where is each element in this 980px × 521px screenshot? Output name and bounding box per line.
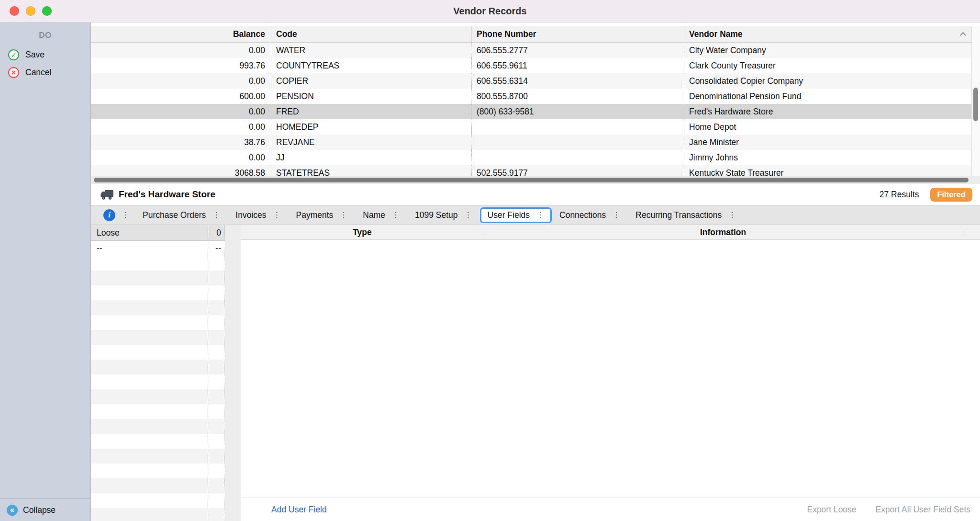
record-tabbar: i ⋮ Purchase Orders ⋮ Invoices ⋮ xyxy=(91,205,980,225)
vendor-row[interactable]: 993.76 COUNTYTREAS 606.555.9611 Clark Co… xyxy=(91,58,980,73)
user-fields-footer: Add User Field Export Loose Export All U… xyxy=(241,498,980,521)
vendor-code-cell: JJ xyxy=(271,150,472,165)
record-tab[interactable]: Purchase Orders ⋮ xyxy=(135,207,228,223)
record-tab[interactable]: User Fields ⋮ xyxy=(480,207,552,223)
record-tab[interactable]: Recurring Transactions ⋮ xyxy=(628,207,744,223)
vendor-name-cell: Jane Minister xyxy=(684,135,980,150)
field-set-edge-divider xyxy=(224,225,224,521)
vendor-code-cell: STATETREAS xyxy=(271,165,472,176)
tab-label: Connections xyxy=(559,210,606,220)
record-tab[interactable]: Connections ⋮ xyxy=(552,207,628,223)
column-header-phone[interactable]: Phone Number xyxy=(472,26,684,42)
vendor-balance-cell: 0.00 xyxy=(91,119,271,135)
tab-menu-icon[interactable]: ⋮ xyxy=(340,211,347,219)
vendor-name-cell: Fred's Hardware Store xyxy=(684,104,980,119)
field-set-row[interactable]: -- -- xyxy=(91,241,225,256)
vendor-row[interactable]: 0.00 JJ Jimmy Johns xyxy=(91,150,980,165)
tab-menu-icon[interactable]: ⋮ xyxy=(273,211,280,219)
export-all-user-field-sets-button[interactable]: Export All User Field Sets xyxy=(876,505,970,515)
collapse-sidebar-button[interactable]: « Collapse xyxy=(0,498,90,521)
close-window-button[interactable] xyxy=(10,6,19,16)
tab-label: User Fields xyxy=(488,210,530,220)
results-count: 27 Results xyxy=(880,190,919,200)
record-tab[interactable]: 1099 Setup ⋮ xyxy=(407,207,480,223)
field-set-list: Loose 0 -- -- xyxy=(91,225,225,521)
vendor-row[interactable]: 0.00 WATER 606.555.2777 City Water Compa… xyxy=(91,43,980,58)
column-header-balance[interactable]: Balance xyxy=(91,26,271,42)
vertical-scrollbar-thumb[interactable] xyxy=(973,88,978,121)
vendor-row[interactable]: 0.00 COPIER 606.555.6314 Consolidated Co… xyxy=(91,73,980,89)
vendor-code-cell: HOMEDEP xyxy=(271,119,472,135)
info-icon[interactable]: i xyxy=(103,209,115,221)
field-set-row-name: -- xyxy=(91,243,209,253)
tab-label: Purchase Orders xyxy=(143,210,206,220)
tab-menu-icon[interactable]: ⋮ xyxy=(536,211,544,219)
sidebar: DO ✓ Save × Cancel « Collapse xyxy=(0,23,91,521)
vendor-row[interactable]: 38.76 REVJANE Jane Minister xyxy=(91,135,980,150)
zoom-window-button[interactable] xyxy=(42,6,52,16)
vendor-row[interactable]: 600.00 PENSION 800.555.8700 Denomination… xyxy=(91,89,980,104)
vendor-name-cell: City Water Company xyxy=(684,43,980,58)
vendor-row[interactable]: 0.00 FRED (800) 633-9581 Fred's Hardware… xyxy=(91,104,980,119)
column-header-type[interactable]: Type xyxy=(241,227,484,238)
vendor-name-cell: Jimmy Johns xyxy=(684,150,980,165)
record-header: Fred's Hardware Store 27 Results Filtere… xyxy=(91,184,980,205)
vendor-phone-cell: 606.555.9611 xyxy=(472,58,684,73)
save-button-label: Save xyxy=(25,50,45,60)
vendor-list: Balance Code Phone Number Vendor Name 0.… xyxy=(91,23,980,176)
tab-label: Name xyxy=(363,210,385,220)
vendor-phone-cell: 502.555.9177 xyxy=(472,165,684,176)
cancel-button[interactable]: × Cancel xyxy=(0,64,90,81)
vendor-list-header: Balance Code Phone Number Vendor Name xyxy=(91,26,980,43)
tab-menu-icon[interactable]: ⋮ xyxy=(465,211,472,219)
vendor-balance-cell: 0.00 xyxy=(91,104,271,119)
record-tab[interactable]: Payments ⋮ xyxy=(288,207,355,223)
filtered-badge[interactable]: Filtered xyxy=(930,188,972,202)
export-loose-button[interactable]: Export Loose xyxy=(807,505,856,515)
sort-ascending-icon xyxy=(959,31,967,37)
minimize-window-button[interactable] xyxy=(26,6,35,16)
traffic-lights xyxy=(10,6,52,16)
user-fields-table: Type Information Add User Field Export L… xyxy=(241,225,980,521)
vertical-scrollbar-track[interactable] xyxy=(971,26,980,176)
pane-splitter[interactable] xyxy=(225,225,241,521)
vendor-row[interactable]: 0.00 HOMEDEP Home Depot xyxy=(91,119,980,135)
tab-menu-icon[interactable]: ⋮ xyxy=(612,211,620,219)
record-tab[interactable]: Invoices ⋮ xyxy=(228,207,288,223)
vendor-phone-cell: 606.555.6314 xyxy=(472,73,684,89)
record-tab[interactable]: Name ⋮ xyxy=(355,207,407,223)
add-user-field-link[interactable]: Add User Field xyxy=(271,505,327,515)
vendor-name-cell: Kentucky State Treasurer xyxy=(684,165,980,176)
window-titlebar: Vendor Records xyxy=(0,0,980,23)
tab-menu-icon[interactable]: ⋮ xyxy=(728,211,736,219)
info-menu-icon[interactable]: ⋮ xyxy=(122,211,129,219)
tab-menu-icon[interactable]: ⋮ xyxy=(392,211,400,219)
user-fields-table-body xyxy=(241,240,980,498)
truck-icon xyxy=(100,190,114,200)
vendor-balance-cell: 993.76 xyxy=(91,58,271,73)
tab-menu-icon[interactable]: ⋮ xyxy=(212,211,220,219)
vendor-row[interactable]: 3068.58 STATETREAS 502.555.9177 Kentucky… xyxy=(91,165,980,176)
column-header-information[interactable]: Information xyxy=(484,227,962,238)
field-set-empty-stripes xyxy=(91,256,225,521)
vendor-name-cell: Home Depot xyxy=(684,119,980,135)
horizontal-scrollbar-track[interactable] xyxy=(91,176,980,184)
main-area: Balance Code Phone Number Vendor Name 0.… xyxy=(91,23,980,521)
tab-label: 1099 Setup xyxy=(415,210,458,220)
tab-label: Recurring Transactions xyxy=(635,210,722,220)
record-title: Fred's Hardware Store xyxy=(119,189,215,200)
user-fields-table-header: Type Information xyxy=(241,225,980,240)
vendor-balance-cell: 0.00 xyxy=(91,150,271,165)
tab-strip: Purchase Orders ⋮ Invoices ⋮ Payments ⋮ xyxy=(135,207,744,223)
column-header-vendor-name[interactable]: Vendor Name xyxy=(684,26,980,42)
vendor-code-cell: COPIER xyxy=(271,73,472,89)
app-body: DO ✓ Save × Cancel « Collapse Balance Co… xyxy=(0,23,980,521)
vendor-balance-cell: 38.76 xyxy=(91,135,271,150)
horizontal-scrollbar-thumb[interactable] xyxy=(94,178,969,182)
vendor-phone-cell: 606.555.2777 xyxy=(472,43,684,58)
column-header-vendor-name-label: Vendor Name xyxy=(689,29,743,39)
vendor-phone-cell xyxy=(472,135,684,150)
collapse-chevrons-icon: « xyxy=(7,505,18,516)
column-header-code[interactable]: Code xyxy=(271,26,472,42)
save-button[interactable]: ✓ Save xyxy=(0,46,90,64)
